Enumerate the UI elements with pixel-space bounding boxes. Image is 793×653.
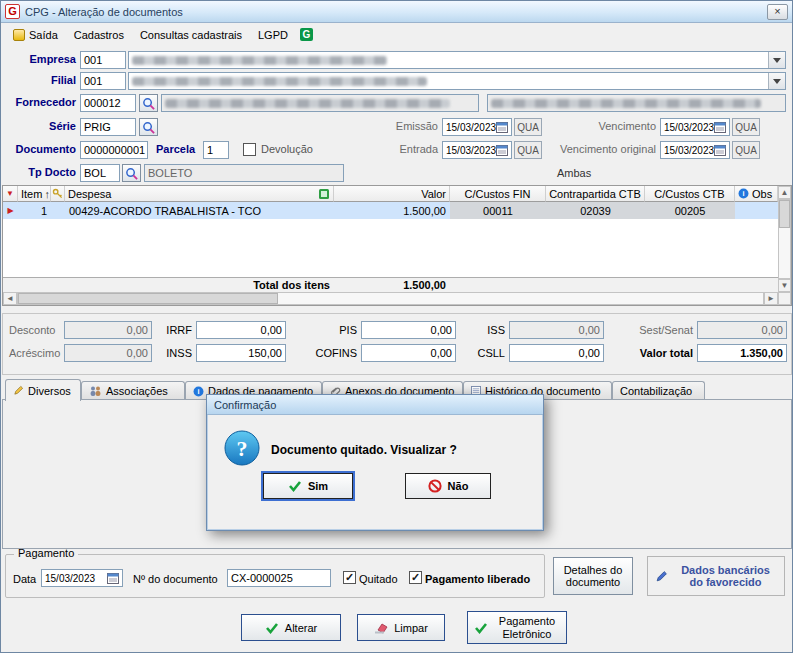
serie-field[interactable]: PRIG — [80, 118, 136, 136]
dialog-no-button[interactable]: Não — [405, 473, 491, 499]
vencimento-date-field[interactable]: 15/03/2023 — [660, 118, 730, 136]
limpar-button[interactable]: Limpar — [357, 614, 445, 641]
ambas-label: Ambas — [557, 167, 591, 179]
detalhes-documento-button[interactable]: Detalhes do documento — [553, 557, 633, 595]
dialog-title-bar[interactable]: Confirmação — [207, 395, 543, 415]
dados-bancarios-button[interactable]: Dados bancários do favorecido — [647, 556, 785, 596]
sest-senat-field: 0,00 — [697, 321, 787, 339]
parcela-field[interactable]: 1 — [203, 141, 229, 159]
tab-associacoes-label: Associações — [106, 385, 168, 397]
filial-code-field[interactable]: 001 — [80, 72, 126, 90]
pagamento-data-label: Data — [13, 573, 36, 585]
grid-scroll-down[interactable]: ▼ — [778, 279, 791, 292]
valor-total-label: Valor total — [607, 347, 693, 359]
grid-vscroll-thumb[interactable] — [779, 200, 790, 228]
valor-total-field: 1.350,00 — [697, 344, 787, 362]
inss-field[interactable]: 150,00 — [196, 344, 286, 362]
menu-saida[interactable]: Saída — [5, 26, 66, 44]
irrf-label: IRRF — [156, 324, 192, 336]
filial-dropdown-icon[interactable] — [768, 73, 785, 89]
tab-diversos-label: Diversos — [28, 385, 71, 397]
alterar-button[interactable]: Alterar — [241, 614, 341, 641]
close-button[interactable]: × — [767, 4, 788, 20]
filial-label: Filial — [1, 74, 76, 86]
empresa-dropdown-icon[interactable] — [768, 52, 785, 68]
tab-associacoes[interactable]: Associações — [81, 381, 185, 400]
cell-contrapartida-ctb: 02039 — [546, 202, 645, 219]
grid-header-despesa[interactable]: Despesa — [65, 186, 334, 202]
redacted-text — [165, 99, 450, 108]
menu-lgpd[interactable]: LGPD — [250, 26, 296, 44]
info-icon: i — [193, 386, 204, 397]
vencimento-original-date-field[interactable]: 15/03/2023 — [660, 141, 730, 159]
calendar-icon[interactable] — [714, 144, 726, 156]
exit-icon — [13, 29, 25, 41]
vencimento-original-label: Vencimento original — [516, 143, 656, 155]
pagamento-data-value: 15/03/2023 — [45, 573, 95, 584]
grid-scroll-right[interactable]: ► — [764, 292, 778, 305]
table-row[interactable]: ▶ 1 00429-ACORDO TRABALHISTA - TCO 1.500… — [3, 202, 778, 219]
pagamento-data-field[interactable]: 15/03/2023 — [41, 569, 123, 587]
column-marker-icon: ▼ — [6, 189, 14, 198]
csll-label: CSLL — [471, 347, 505, 359]
cell-despesa: 00429-ACORDO TRABALHISTA - TCO — [65, 202, 334, 219]
desconto-field: 0,00 — [64, 321, 152, 339]
quitado-checkbox[interactable]: ✓ — [343, 571, 356, 584]
devolucao-checkbox[interactable] — [243, 143, 256, 156]
menu-consultas[interactable]: Consultas cadastrais — [132, 26, 250, 44]
redacted-text — [132, 77, 427, 86]
dialog-yes-button[interactable]: Sim — [263, 473, 353, 499]
tp-docto-search-icon[interactable] — [122, 164, 141, 182]
entrada-label: Entrada — [331, 143, 438, 155]
grid-header-item[interactable]: Item ↑ — [18, 186, 51, 202]
fornecedor-code-field[interactable]: 000012 — [80, 94, 136, 112]
pis-field[interactable]: 0,00 — [361, 321, 456, 339]
menu-cadastros[interactable]: Cadastros — [66, 26, 132, 44]
inss-label: INSS — [156, 347, 192, 359]
vencimento-original-weekday-badge: QUA — [732, 141, 760, 159]
csll-field[interactable]: 0,00 — [509, 344, 604, 362]
pagamento-liberado-checkbox[interactable]: ✓ — [409, 571, 422, 584]
documento-field[interactable]: 0000000001 — [80, 141, 148, 159]
fornecedor-extra-field — [487, 94, 786, 112]
pagamento-documento-label: Nº do documento — [133, 573, 218, 585]
pagamento-documento-field[interactable]: CX-0000025 — [227, 569, 331, 587]
calendar-icon[interactable] — [107, 572, 119, 584]
grid-scroll-up[interactable]: ▲ — [778, 186, 791, 199]
grid-hscroll-thumb[interactable] — [18, 293, 278, 304]
tp-docto-field[interactable]: BOL — [80, 164, 120, 182]
g-logo-icon[interactable]: G — [300, 28, 313, 41]
empresa-code-field[interactable]: 001 — [80, 51, 126, 69]
emissao-date: 15/03/2023 — [446, 122, 496, 133]
emissao-weekday-badge: QUA — [514, 118, 542, 136]
grid-header-obs[interactable]: i Obs — [735, 186, 778, 202]
calendar-icon[interactable] — [496, 121, 508, 133]
grid-header-ccustos-ctb[interactable]: C/Custos CTB — [645, 186, 735, 202]
grid-header-ccustos-fin[interactable]: C/Custos FIN — [450, 186, 546, 202]
empresa-combo[interactable] — [128, 51, 786, 69]
tab-contabilizacao[interactable]: Contabilização — [612, 381, 705, 400]
svg-text:?: ? — [237, 436, 248, 461]
grid-scroll-left[interactable]: ◄ — [3, 292, 17, 305]
calendar-icon[interactable] — [714, 121, 726, 133]
filial-combo[interactable] — [128, 72, 786, 90]
emissao-date-field[interactable]: 15/03/2023 — [442, 118, 512, 136]
clipboard-icon — [318, 188, 330, 200]
redacted-text — [132, 56, 387, 65]
grid-header-valor[interactable]: Valor — [334, 186, 450, 202]
irrf-field[interactable]: 0,00 — [196, 321, 286, 339]
tab-diversos[interactable]: Diversos — [5, 379, 81, 401]
fornecedor-search-icon[interactable] — [139, 94, 158, 112]
limpar-label: Limpar — [394, 622, 428, 634]
calendar-icon[interactable] — [496, 144, 508, 156]
sest-senat-label: Sest/Senat — [631, 324, 693, 336]
grid-header-contrapartida-ctb[interactable]: Contrapartida CTB — [546, 186, 645, 202]
pagamento-eletronico-button[interactable]: Pagamento Eletrônico — [467, 611, 567, 644]
cofins-field[interactable]: 0,00 — [361, 344, 456, 362]
title-bar[interactable]: G CPG - Alteração de documentos × — [1, 1, 792, 23]
grid-header-key[interactable] — [51, 186, 65, 202]
menu-consultas-label: Consultas cadastrais — [140, 29, 242, 41]
serie-search-icon[interactable] — [139, 118, 158, 136]
entrada-date-field[interactable]: 15/03/2023 — [442, 141, 512, 159]
emissao-label: Emissão — [331, 120, 438, 132]
